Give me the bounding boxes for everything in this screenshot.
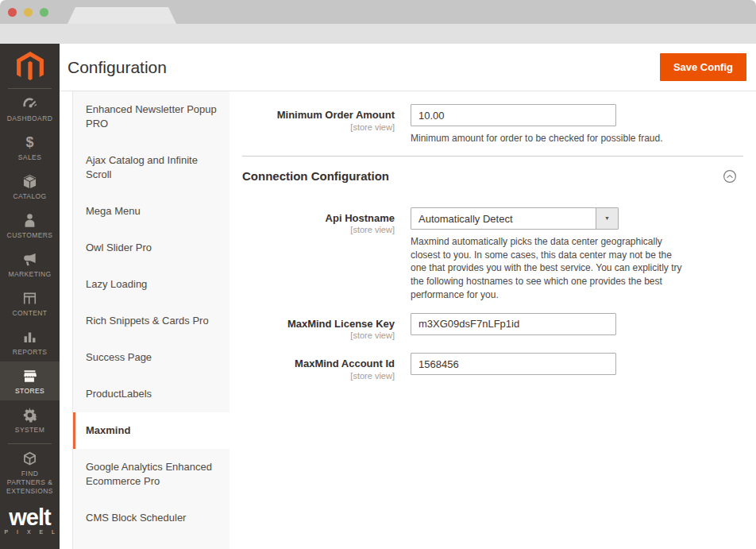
account-id-scope: [store view]	[242, 371, 395, 381]
dashboard-icon	[21, 95, 38, 112]
customers-icon	[21, 212, 38, 229]
account-id-row: MaxMind Account Id [store view]	[242, 353, 743, 381]
config-form: Minimum Order Amount [store view] Minimu…	[230, 91, 756, 549]
page-title: Configuration	[68, 58, 167, 77]
api-hostname-note: Maxmind automatically picks the data cen…	[411, 235, 685, 302]
sidebar-item-reports[interactable]: REPORTS	[0, 323, 60, 361]
sidebar-item-label: REPORTS	[13, 348, 48, 357]
sales-icon: $	[21, 134, 38, 151]
sidebar-item-label: CUSTOMERS	[7, 231, 53, 240]
sidebar-item-stores[interactable]: STORES	[0, 361, 60, 400]
sidebar-item-system[interactable]: SYSTEM	[0, 400, 60, 439]
account-id-input[interactable]	[411, 353, 616, 375]
catalog-icon	[21, 173, 38, 190]
marketing-icon	[21, 251, 38, 268]
sidebar-item-label: CONTENT	[13, 309, 48, 318]
magento-logo-icon[interactable]	[0, 44, 60, 89]
sidebar-item-label: FIND PARTNERS & EXTENSIONS	[2, 470, 59, 495]
save-config-button[interactable]: Save Config	[660, 53, 746, 81]
sidebar-divider	[8, 443, 52, 444]
config-nav-item-ajax-catalog-and-infinite-scroll[interactable]: Ajax Catalog and Infinite Scroll	[73, 142, 230, 193]
license-key-scope: [store view]	[242, 331, 395, 340]
reports-icon	[21, 329, 38, 346]
sidebar-item-catalog[interactable]: CATALOG	[0, 167, 60, 206]
weltpixel-logo-text: welt	[0, 508, 60, 528]
account-id-label: MaxMind Account Id	[242, 358, 395, 370]
browser-tab[interactable]	[68, 7, 176, 24]
sidebar-item-label: SALES	[18, 153, 41, 162]
license-key-row: MaxMind License Key [store view]	[242, 313, 743, 341]
sidebar-item-label: MARKETING	[8, 270, 51, 279]
content-icon	[21, 290, 38, 307]
config-nav-item-ajax-search-autocomplete[interactable]: Ajax Search Autocomplete	[73, 536, 230, 549]
minimize-window-icon[interactable]	[24, 8, 33, 17]
close-window-icon[interactable]	[8, 8, 17, 17]
admin-sidebar: DASHBOARD$SALESCATALOGCUSTOMERSMARKETING…	[0, 44, 60, 549]
api-hostname-selected-value: Automatically Detect	[411, 208, 596, 229]
config-nav-item-cms-block-scheduler[interactable]: CMS Block Scheduler	[73, 500, 230, 536]
config-nav-item-maxmind[interactable]: Maxmind	[73, 412, 230, 449]
connection-configuration-header: Connection Configuration	[242, 169, 743, 184]
minimum-order-amount-note: Minimum amount for order to be checked f…	[411, 132, 685, 145]
collapse-section-icon[interactable]	[723, 169, 737, 184]
stores-icon	[21, 368, 38, 385]
browser-address-bar[interactable]	[0, 24, 756, 44]
sidebar-item-find-partners-extensions[interactable]: FIND PARTNERS & EXTENSIONS	[0, 447, 60, 498]
minimum-order-amount-row: Minimum Order Amount [store view] Minimu…	[242, 104, 743, 145]
config-nav-item-owl-slider-pro[interactable]: Owl Slider Pro	[73, 230, 230, 266]
system-icon	[21, 407, 38, 423]
weltpixel-logo: welt P I X E L	[0, 498, 60, 549]
section-divider	[242, 156, 743, 157]
api-hostname-scope: [store view]	[242, 225, 395, 234]
config-nav-item-success-page[interactable]: Success Page	[73, 339, 230, 376]
sidebar-item-label: SYSTEM	[15, 426, 44, 435]
config-nav-item-lazy-loading[interactable]: Lazy Loading	[73, 266, 230, 303]
zoom-window-icon[interactable]	[40, 8, 48, 17]
config-nav-item-rich-snippets-cards-pro[interactable]: Rich Snippets & Cards Pro	[73, 303, 230, 339]
minimum-order-amount-scope: [store view]	[242, 122, 395, 132]
traffic-lights	[8, 8, 48, 17]
sidebar-item-label: DASHBOARD	[7, 114, 52, 123]
sidebar-item-label: CATALOG	[13, 192, 46, 201]
config-section-nav: Enhanced Newsletter Popup PROAjax Catalo…	[72, 91, 230, 549]
browser-title-bar	[0, 0, 756, 24]
api-hostname-label: Api Hostname	[242, 212, 395, 225]
chevron-down-icon[interactable]: ▼	[596, 208, 618, 229]
api-hostname-row: Api Hostname [store view] Automatically …	[242, 207, 743, 302]
config-nav-item-google-analytics-enhanced-ecommerce-pro[interactable]: Google Analytics Enhanced Ecommerce Pro	[73, 449, 230, 500]
config-nav-item-productlabels[interactable]: ProductLabels	[73, 376, 230, 412]
config-nav-item-enhanced-newsletter-popup-pro[interactable]: Enhanced Newsletter Popup PRO	[73, 91, 230, 142]
sidebar-item-customers[interactable]: CUSTOMERS	[0, 206, 60, 245]
find-partners-icon	[21, 450, 38, 467]
left-gutter	[60, 91, 72, 549]
page-header: Configuration Save Config	[60, 44, 756, 91]
sidebar-item-label: STORES	[15, 387, 44, 396]
svg-text:$: $	[26, 134, 34, 150]
sidebar-item-content[interactable]: CONTENT	[0, 284, 60, 323]
sidebar-item-marketing[interactable]: MARKETING	[0, 245, 60, 284]
sidebar-item-sales[interactable]: $SALES	[0, 128, 60, 167]
minimum-order-amount-input[interactable]	[411, 104, 616, 126]
connection-configuration-title: Connection Configuration	[242, 169, 389, 183]
api-hostname-select[interactable]: Automatically Detect ▼	[411, 207, 619, 230]
config-nav-item-mega-menu[interactable]: Mega Menu	[73, 193, 230, 230]
browser-window: DASHBOARD$SALESCATALOGCUSTOMERSMARKETING…	[0, 0, 756, 549]
license-key-input[interactable]	[411, 313, 616, 335]
weltpixel-logo-subtext: P I X E L	[0, 529, 60, 535]
license-key-label: MaxMind License Key	[242, 318, 395, 331]
sidebar-item-dashboard[interactable]: DASHBOARD	[0, 89, 60, 128]
minimum-order-amount-label: Minimum Order Amount	[242, 109, 395, 122]
